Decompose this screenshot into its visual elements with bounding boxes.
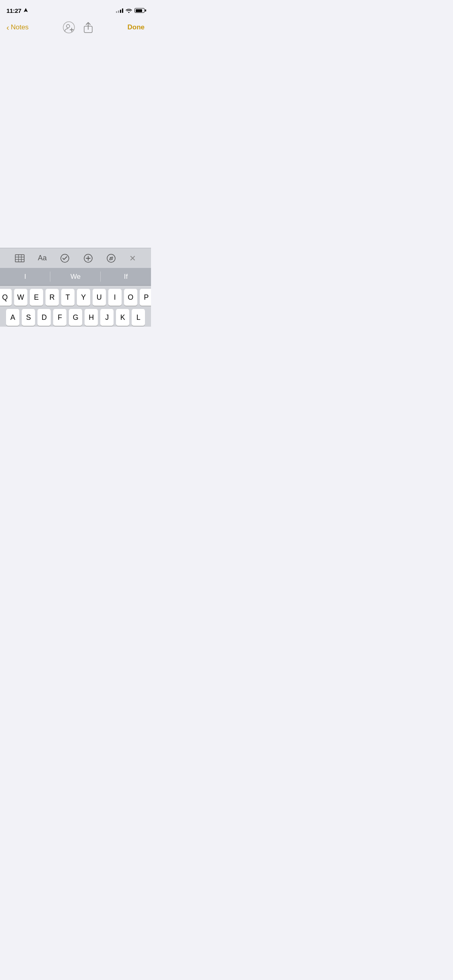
insert-toolbar-button[interactable] — [80, 252, 96, 265]
back-button[interactable]: ‹ Notes — [6, 23, 29, 31]
keyboard-row-1: Q W E R T Y U I O P — [1, 289, 150, 306]
key-d[interactable]: D — [37, 309, 51, 326]
key-h[interactable]: H — [85, 309, 98, 326]
key-a[interactable]: A — [6, 309, 19, 326]
signal-icon — [116, 8, 123, 13]
keyboard: Q W E R T Y U I O P A S D F G H J K L Z … — [0, 286, 151, 327]
close-toolbar-button[interactable]: ✕ — [126, 252, 139, 265]
nav-center-icons — [62, 21, 94, 34]
key-w[interactable]: W — [14, 289, 27, 306]
add-person-icon — [62, 21, 75, 34]
key-o[interactable]: O — [124, 289, 137, 306]
keyboard-row-2: A S D F G H J K L — [1, 309, 150, 326]
checklist-toolbar-button[interactable] — [57, 252, 73, 265]
location-icon — [24, 8, 28, 13]
svg-point-1 — [66, 25, 70, 28]
key-p[interactable]: P — [140, 289, 151, 306]
format-toolbar-button[interactable]: Aa — [35, 252, 50, 264]
key-r[interactable]: R — [46, 289, 59, 306]
key-k[interactable]: K — [116, 309, 129, 326]
predictive-bar: I We If — [0, 268, 151, 286]
note-content-area[interactable] — [0, 39, 151, 248]
svg-point-16 — [111, 257, 112, 259]
share-icon — [83, 22, 93, 33]
back-chevron-icon: ‹ — [6, 23, 9, 31]
key-i[interactable]: I — [108, 289, 122, 306]
table-icon — [15, 254, 25, 262]
key-j[interactable]: J — [100, 309, 114, 326]
predictive-item-if[interactable]: If — [101, 268, 151, 285]
nav-bar: ‹ Notes Done — [0, 18, 151, 39]
format-aa-label: Aa — [38, 254, 47, 262]
plus-circle-icon — [83, 253, 93, 263]
share-button[interactable] — [83, 22, 94, 33]
markup-toolbar-button[interactable] — [103, 252, 119, 265]
status-time: 11:27 — [6, 7, 21, 14]
keyboard-toolbar: Aa ✕ — [0, 248, 151, 268]
battery-icon — [134, 8, 145, 13]
svg-rect-6 — [15, 255, 24, 262]
back-label: Notes — [11, 23, 29, 31]
key-s[interactable]: S — [22, 309, 35, 326]
key-g[interactable]: G — [69, 309, 82, 326]
key-f[interactable]: F — [53, 309, 66, 326]
key-t[interactable]: T — [61, 289, 74, 306]
status-icons — [116, 8, 145, 13]
predictive-item-we[interactable]: We — [50, 268, 101, 285]
predictive-item-i[interactable]: I — [0, 268, 50, 285]
close-x-icon: ✕ — [129, 253, 136, 263]
key-u[interactable]: U — [93, 289, 106, 306]
done-button[interactable]: Done — [128, 23, 145, 31]
key-q[interactable]: Q — [0, 289, 12, 306]
wifi-icon — [126, 8, 132, 13]
key-y[interactable]: Y — [77, 289, 90, 306]
key-l[interactable]: L — [132, 309, 145, 326]
status-bar: 11:27 — [0, 0, 151, 18]
table-toolbar-button[interactable] — [12, 253, 28, 264]
key-e[interactable]: E — [30, 289, 43, 306]
add-person-button[interactable] — [62, 21, 75, 34]
check-circle-icon — [60, 253, 70, 263]
pen-circle-icon — [106, 253, 116, 263]
